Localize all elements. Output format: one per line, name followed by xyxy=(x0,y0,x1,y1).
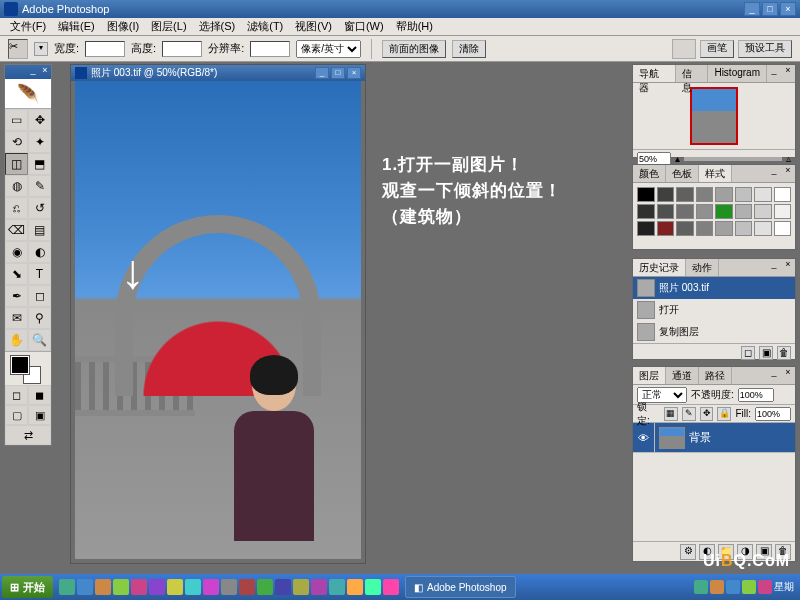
front-image-button[interactable]: 前面的图像 xyxy=(382,40,446,58)
quickmask-std-icon[interactable]: ◻ xyxy=(5,385,28,405)
menu-edit[interactable]: 编辑(E) xyxy=(52,19,101,34)
close-button[interactable]: × xyxy=(780,2,796,16)
swatch[interactable] xyxy=(735,204,753,219)
height-input[interactable] xyxy=(162,41,202,57)
menu-layer[interactable]: 图层(L) xyxy=(145,19,192,34)
tab-histogram[interactable]: Histogram xyxy=(708,65,767,82)
panel-min-icon[interactable]: _ xyxy=(767,259,781,276)
brush-preview-icon[interactable] xyxy=(672,39,696,59)
canvas[interactable]: ↓ xyxy=(75,81,361,559)
shape-tool[interactable]: ◻ xyxy=(28,285,51,307)
swatch[interactable] xyxy=(696,221,714,236)
quickmask-icon[interactable]: ◼ xyxy=(28,385,51,405)
menu-select[interactable]: 选择(S) xyxy=(193,19,242,34)
units-select[interactable]: 像素/英寸 xyxy=(296,40,361,58)
healing-tool[interactable]: ◍ xyxy=(5,175,28,197)
ql-icon[interactable] xyxy=(329,579,345,595)
swatch[interactable] xyxy=(754,187,772,202)
lock-all-icon[interactable]: 🔒 xyxy=(717,407,731,421)
ql-icon[interactable] xyxy=(131,579,147,595)
navigator-thumbnail[interactable] xyxy=(690,87,738,145)
swatch[interactable] xyxy=(774,187,792,202)
ql-icon[interactable] xyxy=(311,579,327,595)
ql-icon[interactable] xyxy=(167,579,183,595)
width-input[interactable] xyxy=(85,41,125,57)
ql-icon[interactable] xyxy=(203,579,219,595)
brushes-tab[interactable]: 画笔 xyxy=(700,40,734,58)
start-button[interactable]: ⊞ 开始 xyxy=(2,576,53,598)
layer-thumb[interactable] xyxy=(659,427,685,449)
toolbox-minimize-icon[interactable]: _ xyxy=(27,65,39,79)
tab-color[interactable]: 颜色 xyxy=(633,165,666,182)
zoom-out-icon[interactable]: ▴ xyxy=(675,153,680,164)
menu-help[interactable]: 帮助(H) xyxy=(390,19,439,34)
crop-tool[interactable]: ◫ xyxy=(5,153,28,175)
wand-tool[interactable]: ✦ xyxy=(28,131,51,153)
lock-trans-icon[interactable]: ▦ xyxy=(664,407,678,421)
screenmode-full-icon[interactable]: ▣ xyxy=(28,405,51,425)
swatch[interactable] xyxy=(715,204,733,219)
crop-tool-icon[interactable]: ✂ xyxy=(8,39,28,59)
tray-icon[interactable] xyxy=(726,580,740,594)
ql-icon[interactable] xyxy=(113,579,129,595)
move-tool[interactable]: ✥ xyxy=(28,109,51,131)
ql-icon[interactable] xyxy=(59,579,75,595)
minimize-button[interactable]: _ xyxy=(744,2,760,16)
tab-layers[interactable]: 图层 xyxy=(633,367,666,384)
maximize-button[interactable]: □ xyxy=(762,2,778,16)
swatch[interactable] xyxy=(637,204,655,219)
toolbox-close-icon[interactable]: × xyxy=(39,65,51,79)
marquee-tool[interactable]: ▭ xyxy=(5,109,28,131)
swatch[interactable] xyxy=(657,187,675,202)
tab-paths[interactable]: 路径 xyxy=(699,367,732,384)
swatch[interactable] xyxy=(696,204,714,219)
panel-close-icon[interactable]: × xyxy=(781,65,795,82)
swatch[interactable] xyxy=(637,187,655,202)
notes-tool[interactable]: ✉ xyxy=(5,307,28,329)
layer-name[interactable]: 背景 xyxy=(689,430,711,445)
zoom-tool[interactable]: 🔍 xyxy=(28,329,51,351)
swatch[interactable] xyxy=(715,221,733,236)
swatch[interactable] xyxy=(774,221,792,236)
menu-image[interactable]: 图像(I) xyxy=(101,19,145,34)
screenmode-std-icon[interactable]: ▢ xyxy=(5,405,28,425)
tab-history[interactable]: 历史记录 xyxy=(633,259,686,276)
layer-row[interactable]: 👁背景 xyxy=(633,423,795,453)
ql-icon[interactable] xyxy=(149,579,165,595)
swatch[interactable] xyxy=(676,204,694,219)
swatch[interactable] xyxy=(754,204,772,219)
tab-swatches[interactable]: 色板 xyxy=(666,165,699,182)
ql-icon[interactable] xyxy=(95,579,111,595)
tab-channels[interactable]: 通道 xyxy=(666,367,699,384)
panel-min-icon[interactable]: _ xyxy=(767,65,781,82)
document-titlebar[interactable]: 照片 003.tif @ 50%(RGB/8*) _ □ × xyxy=(71,65,365,81)
swatch[interactable] xyxy=(735,187,753,202)
imageready-icon[interactable]: ⇄ xyxy=(5,425,51,445)
ql-icon[interactable] xyxy=(275,579,291,595)
swatch[interactable] xyxy=(657,204,675,219)
lock-paint-icon[interactable]: ✎ xyxy=(682,407,696,421)
zoom-slider[interactable] xyxy=(684,157,782,161)
clock[interactable]: 星期 xyxy=(774,580,794,594)
doc-maximize-button[interactable]: □ xyxy=(331,67,345,79)
swatch[interactable] xyxy=(657,221,675,236)
taskbar-item-photoshop[interactable]: ◧ Adobe Photoshop xyxy=(405,576,516,598)
menu-view[interactable]: 视图(V) xyxy=(289,19,338,34)
tray-icon[interactable] xyxy=(758,580,772,594)
swatch[interactable] xyxy=(696,187,714,202)
zoom-in-icon[interactable]: ▵ xyxy=(786,153,791,164)
panel-close-icon[interactable]: × xyxy=(781,165,795,182)
new-doc-icon[interactable]: ▣ xyxy=(759,346,773,360)
stamp-tool[interactable]: ⎌ xyxy=(5,197,28,219)
type-tool[interactable]: T xyxy=(28,263,51,285)
swatch[interactable] xyxy=(754,221,772,236)
color-picker[interactable] xyxy=(5,351,51,385)
swatch[interactable] xyxy=(637,221,655,236)
resolution-input[interactable] xyxy=(250,41,290,57)
gradient-tool[interactable]: ▤ xyxy=(28,219,51,241)
ql-icon[interactable] xyxy=(257,579,273,595)
ql-icon[interactable] xyxy=(77,579,93,595)
menu-window[interactable]: 窗口(W) xyxy=(338,19,390,34)
panel-min-icon[interactable]: _ xyxy=(767,165,781,182)
history-item[interactable]: 照片 003.tif xyxy=(633,277,795,299)
